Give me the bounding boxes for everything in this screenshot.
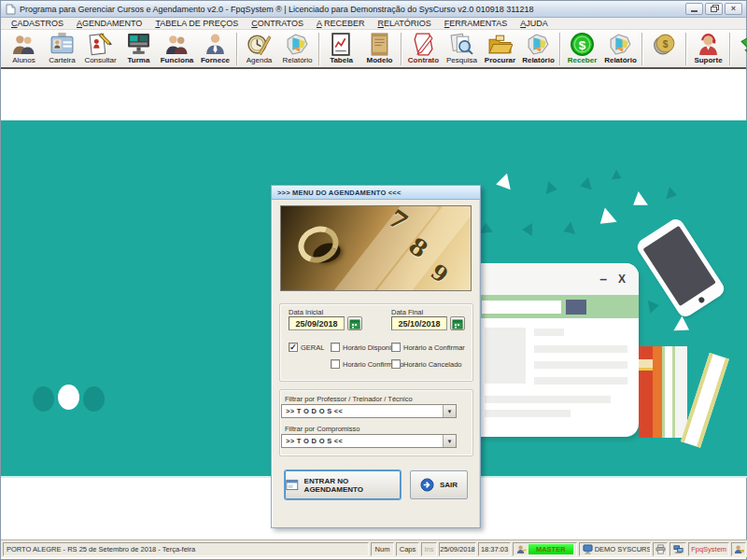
toolbar-relatorio-contrato[interactable]: Relatório <box>519 31 557 67</box>
master-badge: MASTER <box>529 544 573 554</box>
app-icon <box>5 4 16 15</box>
toolbar-separator <box>401 33 402 65</box>
toolbar-moeda[interactable]: $ <box>645 31 684 67</box>
book-white-green <box>662 346 675 438</box>
toolbar-fornecedor[interactable]: Fornece <box>196 31 234 67</box>
toolbar-suporte[interactable]: Suporte <box>689 31 727 67</box>
triangle-shape <box>494 174 510 193</box>
entrar-button-label: ENTRAR NO AGENDAMENTO <box>304 477 400 494</box>
id-card-icon <box>49 32 75 57</box>
menu-agendamento[interactable]: AGENDAMENTO <box>70 19 148 28</box>
toolbar-contrato[interactable]: Contrato <box>404 31 443 67</box>
parchment-icon <box>367 32 392 57</box>
entrar-no-agendamento-button[interactable]: ENTRAR NO AGENDAMENTO <box>285 470 401 499</box>
toolbar-relatorio-agenda[interactable]: Relatório <box>278 31 317 67</box>
triangle-shape <box>561 222 575 238</box>
checkbox-horario-cancelado[interactable]: Horário Cancelado <box>391 359 462 369</box>
main-workspace: – X <box>1 69 746 558</box>
checkbox-geral[interactable]: ✓ GERAL <box>289 343 324 352</box>
search-pages-icon <box>449 32 474 57</box>
checkbox-box[interactable] <box>331 359 340 369</box>
report-icon <box>285 32 310 57</box>
menu-ajuda[interactable]: AJUDA <box>514 19 555 28</box>
computer-icon <box>583 544 593 554</box>
status-caps-lock: Caps <box>396 542 419 556</box>
toolbar-turma[interactable]: Turma <box>120 31 158 67</box>
date-start-label: Data Inicial <box>289 308 323 316</box>
receive-money-icon: $ <box>570 32 595 57</box>
menu-ferramentas[interactable]: FERRAMENTAS <box>438 19 514 28</box>
filter-compromisso-label: Filtrar por Compromisso <box>285 425 359 433</box>
toolbar-label: Alunos <box>12 57 35 64</box>
toolbar-separator <box>318 33 320 65</box>
agenda-clock-icon <box>247 32 272 57</box>
toolbar-label: Contrato <box>408 57 439 64</box>
toolbar-modelo[interactable]: Modelo <box>360 31 399 67</box>
sair-button[interactable]: SAIR <box>410 470 468 499</box>
exit-arrow-icon <box>420 478 434 492</box>
menu-cadastros[interactable]: CADASTROS <box>5 19 70 28</box>
dot-shape <box>33 386 54 412</box>
mockup-content-line <box>534 329 564 336</box>
date-end-input[interactable]: 25/10/2018 <box>391 316 447 330</box>
date-start-calendar-button[interactable] <box>347 316 362 330</box>
toolbar-label: Carteira <box>49 57 75 64</box>
triangle-shape <box>594 208 616 231</box>
date-end-label: Data Final <box>391 308 423 316</box>
dialog-title: >>> MENU DO AGENDAMENTO <<< <box>272 186 480 200</box>
toolbar-pesquisa[interactable]: Pesquisa <box>443 31 481 67</box>
dropdown-arrow-icon[interactable]: ▼ <box>443 435 456 447</box>
toolbar-alunos[interactable]: Alunos <box>5 31 43 67</box>
date-start-input[interactable]: 25/09/2018 <box>289 316 345 330</box>
toolbar-label: Suporte <box>694 57 722 64</box>
status-user-level: MASTER <box>513 542 577 556</box>
toolbar-tabela[interactable]: Tabela <box>322 31 360 67</box>
filter-professor-select[interactable]: >> T O D O S << ▼ <box>281 404 457 418</box>
menu-contratos[interactable]: CONTRATOS <box>245 19 310 28</box>
dropdown-arrow-icon[interactable]: ▼ <box>443 405 456 417</box>
toolbar-funcionario[interactable]: Funciona <box>158 31 196 67</box>
menu-a-receber[interactable]: A RECEBER <box>310 19 372 28</box>
menu-tabela-de-precos[interactable]: TABELA DE PREÇOS <box>148 19 245 28</box>
toolbar-agenda[interactable]: Agenda <box>240 31 278 67</box>
table-document-icon <box>329 32 354 57</box>
mockup-toolbar <box>472 295 639 318</box>
filter-compromisso-select[interactable]: >> T O D O S << ▼ <box>281 434 457 448</box>
toolbar-separator <box>236 33 238 65</box>
toolbar-relatorio-receber[interactable]: Relatório <box>601 31 640 67</box>
consult-document-icon <box>88 32 113 57</box>
window-title: Programa para Gerenciar Cursos e Agendam… <box>20 5 682 14</box>
date-end-calendar-button[interactable] <box>450 316 465 330</box>
status-time: 18:37:03 <box>478 542 511 556</box>
checkbox-label: GERAL <box>301 343 324 352</box>
triangle-shape <box>522 223 532 236</box>
toolbar-label: Pesquisa <box>446 57 477 64</box>
toolbar-receber[interactable]: $ Receber <box>563 31 601 67</box>
checkbox-horario-a-confirmar[interactable]: Horário a Confirmar <box>391 343 465 352</box>
checkbox-box[interactable] <box>391 359 401 369</box>
book-tilted <box>681 353 729 448</box>
close-button[interactable]: × <box>725 3 742 15</box>
mockup-search-box <box>482 301 561 314</box>
toolbar-procurar[interactable]: Procurar <box>481 31 519 67</box>
status-user-key <box>731 542 746 556</box>
menu-bar: CADASTROS AGENDAMENTO TABELA DE PREÇOS C… <box>1 18 746 30</box>
toolbar-consultar[interactable]: Consultar <box>81 31 120 67</box>
menu-relatorios[interactable]: RELATÓRIOS <box>371 19 437 28</box>
triangle-shape <box>479 222 493 233</box>
toolbar-sair[interactable]: EXIT <box>733 31 747 67</box>
contract-pen-icon <box>411 32 436 57</box>
checkbox-box[interactable] <box>331 343 340 352</box>
toolbar-label: Receber <box>568 57 598 64</box>
restore-button[interactable] <box>705 3 723 15</box>
minimize-button[interactable] <box>685 3 703 15</box>
book-orange <box>653 346 662 438</box>
binder-ring <box>292 220 345 270</box>
toolbar-carteira[interactable]: Carteira <box>43 31 81 67</box>
checkbox-box[interactable] <box>391 343 401 352</box>
mockup-content-line <box>534 377 627 385</box>
checkbox-horario-disponivel[interactable]: Horário Disponível <box>331 343 401 352</box>
toolbar-separator <box>729 33 731 65</box>
checkbox-box[interactable]: ✓ <box>289 343 298 352</box>
triangle-shape <box>546 181 558 196</box>
